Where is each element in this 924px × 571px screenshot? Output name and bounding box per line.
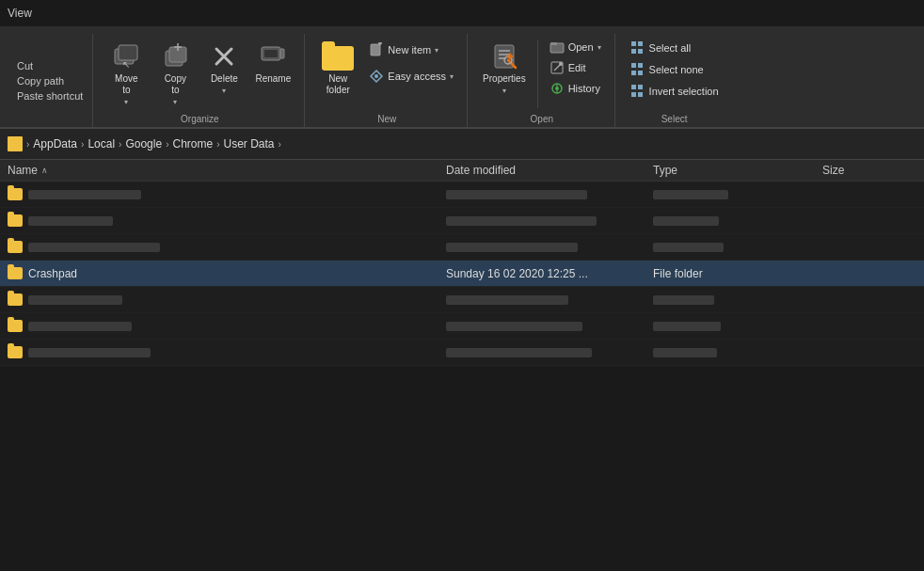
svg-rect-10 [264, 50, 278, 57]
open-arrow: ▾ [597, 43, 601, 52]
new-item-button[interactable]: New item ▾ [363, 38, 459, 62]
copy-to-arrow: ▾ [173, 98, 177, 106]
blurred-name [28, 243, 160, 252]
table-row[interactable] [0, 182, 924, 208]
easy-access-button[interactable]: Easy access ▾ [363, 64, 459, 88]
copy-path-action[interactable]: Copy path [15, 74, 66, 87]
svg-point-15 [374, 74, 378, 78]
properties-icon [489, 41, 519, 71]
address-crumb-local[interactable]: Local [88, 137, 115, 151]
select-none-label: Select none [649, 64, 704, 75]
address-chevron-6: › [279, 139, 281, 150]
table-row[interactable] [0, 340, 924, 366]
blurred-date [446, 243, 578, 252]
address-chevron-3: › [119, 139, 121, 150]
svg-rect-1 [119, 45, 137, 60]
properties-arrow: ▾ [502, 87, 506, 95]
move-to-icon: ↖ [111, 41, 141, 71]
cut-action[interactable]: Cut [15, 59, 35, 72]
address-folder-icon [8, 136, 23, 151]
edit-icon [550, 60, 565, 75]
file-name-cell [8, 320, 446, 332]
file-name-cell [8, 188, 446, 200]
easy-access-icon [369, 69, 384, 84]
address-chevron-1: › [26, 139, 29, 150]
properties-label: Properties [483, 73, 526, 85]
new-folder-button[interactable]: Newfolder [314, 38, 361, 100]
invert-selection-icon [630, 84, 645, 99]
history-button[interactable]: History [544, 79, 607, 98]
organize-group: ↖ Moveto ▾ [95, 34, 305, 127]
svg-rect-12 [371, 44, 380, 56]
copy-to-button[interactable]: Copyto ▾ [151, 38, 199, 110]
select-group-content: Select all Select none Invert selection [625, 38, 725, 110]
address-crumb-userdata[interactable]: User Data [224, 137, 275, 151]
blurred-name [28, 295, 122, 305]
table-row[interactable] [0, 234, 924, 261]
crashpad-date: Sunday 16 02 2020 12:25 ... [446, 267, 588, 280]
move-to-label: Moveto [115, 73, 137, 96]
easy-access-arrow: ▾ [450, 72, 454, 81]
new-stack: New item ▾ Easy access ▾ [363, 38, 459, 88]
blurred-name [28, 322, 132, 331]
blurred-date [446, 348, 592, 357]
folder-icon [8, 320, 23, 332]
address-crumb-appdata[interactable]: AppData [33, 137, 77, 151]
select-all-button[interactable]: Select all [625, 38, 725, 58]
new-folder-icon [323, 41, 353, 71]
col-date-label: Date modified [446, 164, 516, 177]
blurred-name [28, 190, 141, 199]
new-item-arrow: ▾ [435, 46, 438, 55]
title-label: View [8, 7, 32, 20]
address-bar: › AppData › Local › Google › Chrome › Us… [0, 128, 924, 160]
svg-rect-11 [280, 49, 284, 58]
title-bar: View [0, 0, 924, 26]
table-row[interactable] [0, 208, 924, 234]
col-header-size[interactable]: Size [822, 164, 916, 177]
select-col: Select all Select none Invert selection [625, 38, 725, 102]
address-crumb-google[interactable]: Google [125, 137, 162, 151]
new-group: Newfolder New item ▾ [307, 34, 468, 127]
col-header-name[interactable]: Name ∧ [8, 164, 446, 177]
address-chevron-2: › [81, 139, 84, 150]
history-label: History [568, 83, 600, 94]
open-group: Properties ▾ Open ▾ [470, 34, 615, 127]
invert-selection-button[interactable]: Invert selection [625, 81, 725, 102]
table-row[interactable] [0, 313, 924, 340]
open-button[interactable]: Open ▾ [544, 38, 607, 56]
file-list-header: Name ∧ Date modified Type Size [0, 160, 924, 182]
delete-button[interactable]: Delete ▾ [200, 38, 247, 99]
select-all-label: Select all [649, 42, 692, 54]
rename-button[interactable]: Rename [249, 38, 296, 88]
folder-icon [8, 346, 23, 358]
address-crumb-chrome[interactable]: Chrome [172, 137, 213, 151]
move-to-arrow: ▾ [124, 98, 128, 106]
folder-icon [8, 293, 23, 306]
edit-button[interactable]: Edit [544, 58, 607, 77]
blurred-name [28, 348, 151, 357]
ribbon-toolbar: Cut Copy path Paste shortcut ↖ Moveto [0, 30, 924, 127]
col-header-type[interactable]: Type [653, 164, 822, 177]
ribbon: Cut Copy path Paste shortcut ↖ Moveto [0, 26, 924, 128]
properties-button[interactable]: Properties ▾ [477, 38, 532, 99]
edit-label: Edit [568, 62, 586, 73]
select-none-button[interactable]: Select none [625, 59, 725, 80]
blurred-type [653, 216, 719, 226]
blurred-date [446, 322, 582, 331]
delete-icon [209, 41, 239, 71]
paste-shortcut-action[interactable]: Paste shortcut [15, 89, 85, 103]
table-row[interactable]: Crashpad Sunday 16 02 2020 12:25 ... Fil… [0, 261, 924, 287]
new-item-icon [369, 42, 384, 57]
crashpad-type: File folder [653, 267, 703, 280]
address-chevron-5: › [216, 139, 219, 150]
blurred-type [653, 295, 714, 305]
blurred-type [653, 190, 728, 199]
col-header-date[interactable]: Date modified [446, 164, 653, 177]
table-row[interactable] [0, 287, 924, 313]
new-item-label: New item [388, 44, 431, 56]
svg-point-25 [559, 62, 563, 66]
blurred-date [446, 216, 597, 226]
move-to-button[interactable]: ↖ Moveto ▾ [103, 38, 150, 110]
copy-to-label: Copyto [165, 73, 186, 96]
folder-icon [8, 214, 23, 227]
